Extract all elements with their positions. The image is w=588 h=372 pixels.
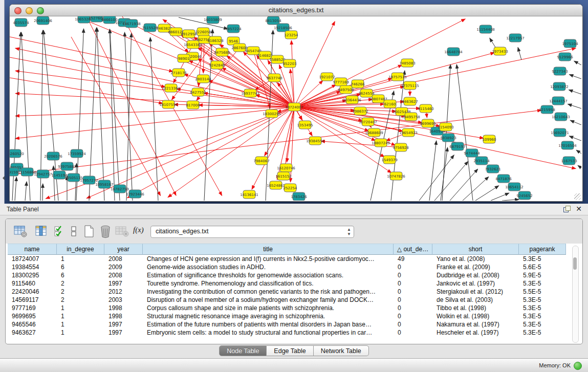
tab-network-table[interactable]: Network Table <box>314 345 369 356</box>
graph-node[interactable]: 2226058 <box>195 28 211 36</box>
graph-node[interactable]: 852203 <box>283 59 297 68</box>
graph-node[interactable]: 9756928 <box>393 143 408 151</box>
graph-node[interactable]: 7485083 <box>399 59 415 67</box>
window-resize-grip[interactable] <box>574 193 581 200</box>
left-panel-edge[interactable] <box>0 0 5 204</box>
table-row[interactable]: 969969511998Structural magnetic resonanc… <box>8 312 568 320</box>
table-selector[interactable]: citations_edges.txt ▲▼ <box>150 226 354 238</box>
column-header-name[interactable]: name <box>8 244 57 255</box>
network-canvas[interactable]: 4035574206914061065326715276026466100107… <box>10 16 581 201</box>
graph-node[interactable]: 11154408 <box>476 25 495 33</box>
graph-node[interactable]: 16524861 <box>267 181 285 189</box>
table-row[interactable]: 1456911722003Disruption of a novel membe… <box>8 296 568 304</box>
graph-node[interactable]: 12217957 <box>506 34 525 42</box>
vertical-scrollbar[interactable] <box>572 246 579 343</box>
graph-node[interactable]: 93975887 <box>58 162 76 170</box>
function-builder-icon[interactable]: f(x) <box>133 226 144 234</box>
graph-node[interactable]: 19384554 <box>306 137 324 145</box>
graph-node[interactable]: 123254 <box>285 31 298 39</box>
graph-node[interactable]: 7932621 <box>485 165 500 173</box>
graph-node[interactable]: 17016504 <box>558 141 577 149</box>
graph-node[interactable]: 10654112 <box>505 183 524 191</box>
graph-node[interactable]: 16648784 <box>444 48 463 56</box>
graph-node[interactable]: 8912954 <box>181 30 197 38</box>
table-row[interactable]: 1872400712008Changes of HCN gene express… <box>8 255 568 263</box>
table-settings-icon[interactable] <box>14 225 27 237</box>
graph-node[interactable]: 7857224 <box>225 25 242 33</box>
tab-node-table[interactable]: Node Table <box>219 345 267 356</box>
network-window[interactable]: citations_edges.txt 40355742069140610653… <box>9 4 583 202</box>
graph-node[interactable]: 252254 <box>284 184 297 192</box>
table-row[interactable]: 977716911998Corpus callosum shape and si… <box>8 304 568 312</box>
graph-node[interactable]: 2718176 <box>170 69 187 77</box>
graph-node[interactable]: 16033809 <box>204 16 222 24</box>
network-window-titlebar[interactable]: citations_edges.txt <box>10 5 582 16</box>
delete-icon[interactable] <box>100 225 111 238</box>
table-row[interactable]: 1830029562008Estimation of significance … <box>8 271 568 279</box>
graph-node[interactable]: 746266 <box>351 80 365 88</box>
graph-node[interactable]: 9227343 <box>552 67 568 75</box>
select-rows-icon[interactable] <box>54 225 65 237</box>
graph-node[interactable]: 16120746 <box>277 164 295 172</box>
graph-node[interactable]: 8186328 <box>207 36 223 45</box>
graph-node[interactable]: 8215958 <box>539 105 555 114</box>
graph-node[interactable]: 10747826 <box>387 172 405 180</box>
import-table-disabled-icon[interactable] <box>115 225 129 237</box>
column-header-pagerank[interactable]: pagerank <box>519 244 566 255</box>
graph-node[interactable]: 9245652 <box>516 191 532 200</box>
show-columns-icon[interactable] <box>35 225 48 237</box>
graph-node[interactable]: 4035574 <box>13 18 29 27</box>
graph-node[interactable]: 16210643 <box>552 113 570 121</box>
close-panel-icon[interactable]: ✕ <box>576 205 582 213</box>
graph-node[interactable]: 7515526 <box>142 24 158 32</box>
scrollbar-thumb[interactable] <box>573 257 577 270</box>
graph-node[interactable]: 20206576 <box>44 152 62 160</box>
table-row[interactable]: 911546021997Tourette syndrome. Phenomeno… <box>8 279 568 288</box>
graph-node[interactable]: 18107554 <box>159 100 178 108</box>
graph-node[interactable]: 1549379 <box>381 156 397 164</box>
column-header-out_de[interactable]: △ out_de… <box>394 244 432 255</box>
graph-node[interactable]: 1975104 <box>562 39 578 48</box>
graph-node[interactable]: 9699695 <box>420 119 435 127</box>
graph-node[interactable]: 9115460 <box>418 104 433 113</box>
graph-node[interactable]: 6879197 <box>449 142 465 150</box>
graph-node[interactable]: 25260520 <box>10 149 24 158</box>
graph-node[interactable]: 20691406 <box>34 16 52 25</box>
table-row[interactable]: 2242004622012Investigating the contribut… <box>8 288 568 296</box>
toggle-rows-icon[interactable] <box>70 225 78 237</box>
graph-node[interactable]: 9242848 <box>209 61 225 69</box>
column-header-year[interactable]: year <box>104 244 143 255</box>
table-row[interactable]: 946554611997Estimation of the future num… <box>8 320 568 329</box>
graph-node[interactable]: 9129966 <box>557 53 573 61</box>
network-graph[interactable]: 4035574206914061065326715276026466100107… <box>10 16 581 201</box>
graph-node[interactable]: 8471876 <box>495 174 512 183</box>
graph-node[interactable]: 1973433 <box>492 47 508 55</box>
graph-node[interactable]: 12213364 <box>162 84 180 92</box>
table-row[interactable]: 946362711997Embryonic stem cells: a mode… <box>8 329 568 337</box>
graph-node[interactable]: 12444157 <box>549 97 568 105</box>
graph-node[interactable]: 62160 <box>384 100 396 108</box>
tab-edge-table[interactable]: Edge Table <box>267 345 313 356</box>
graph-node[interactable]: 7984067 <box>253 157 269 165</box>
graph-node[interactable]: 2803144 <box>195 75 211 83</box>
graph-node[interactable]: 12093872 <box>550 82 569 91</box>
collapse-arrow-icon[interactable] <box>1 176 5 180</box>
graph-node[interactable]: 17359924 <box>68 149 86 158</box>
column-header-title[interactable]: title <box>143 244 394 255</box>
graph-node[interactable]: 14136141 <box>240 190 258 199</box>
column-header-short[interactable]: short <box>432 244 519 255</box>
graph-node[interactable]: 9463627 <box>402 97 418 105</box>
graph-node[interactable]: 15692071 <box>551 128 569 137</box>
graph-node[interactable]: 109960 <box>483 135 496 143</box>
graph-node[interactable]: 1615152 <box>275 172 291 180</box>
graph-node[interactable]: 7986372 <box>352 107 368 115</box>
graph-node[interactable]: 1783426 <box>291 192 307 201</box>
graph-node[interactable]: 39159 <box>10 168 18 176</box>
column-header-in_degree[interactable]: in_degree <box>57 244 104 255</box>
memory-indicator[interactable] <box>574 362 582 370</box>
graph-node[interactable]: 1167533 <box>561 157 577 165</box>
graph-node[interactable]: 1154093 <box>438 123 453 131</box>
graph-node[interactable]: 5938923 <box>440 134 456 142</box>
graph-node[interactable]: 98901 <box>178 54 190 62</box>
new-document-icon[interactable] <box>83 225 95 238</box>
